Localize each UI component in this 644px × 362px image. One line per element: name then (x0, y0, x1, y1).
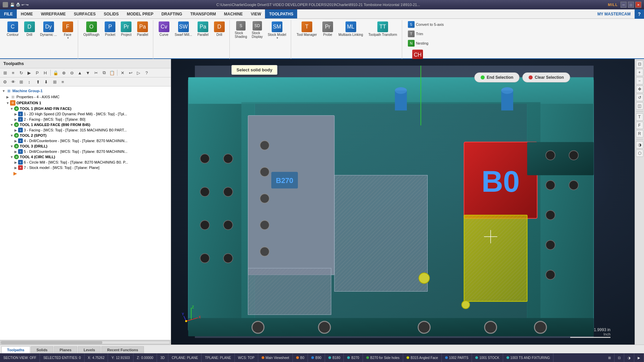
highfeed-button[interactable]: H (42, 69, 49, 76)
menu-surfaces[interactable]: SURFACES (70, 9, 100, 18)
tree-tool4[interactable]: ▼ ⊞ TOOL 4 (CIRC MILL) (0, 154, 171, 160)
path5-expander[interactable]: ▶ (13, 150, 18, 154)
vp-b90[interactable]: B90 (308, 353, 325, 362)
delete-button[interactable]: ✕ (119, 69, 126, 76)
tool-manager-button[interactable]: T Tool Manager (294, 20, 319, 38)
maximize-button[interactable]: □ (628, 2, 634, 8)
drill2-button[interactable]: D Drill (212, 20, 227, 38)
path1-expander[interactable]: ▶ (13, 112, 18, 116)
help-button[interactable]: ? (635, 9, 644, 19)
cplane-status[interactable]: CPLANE: PLANE (168, 353, 202, 362)
grid-button[interactable]: ⊞ (51, 78, 58, 85)
section-view-status[interactable]: SECTION VIEW: OFF (0, 353, 40, 362)
menu-home[interactable]: HOME (17, 9, 37, 18)
properties-expander[interactable]: ▶ (5, 95, 10, 99)
tool4-expander[interactable]: ▼ (9, 155, 14, 159)
tree-operation1[interactable]: ▼ ⚙ OPERATION 1 (0, 100, 171, 106)
vp-b180[interactable]: B180 (325, 353, 344, 362)
tree-path1[interactable]: ▶ 1 1 - 2D High Speed (2D Dynamic Peel M… (0, 111, 171, 117)
help2-button[interactable]: ? (143, 69, 150, 76)
list-button[interactable]: ≡ (59, 78, 66, 85)
probe-button[interactable]: Pr Probe (320, 20, 335, 38)
project-button[interactable]: Pr Project (119, 20, 133, 38)
stock-shading-button[interactable]: S StockShading (233, 20, 249, 40)
minimize-button[interactable]: ─ (621, 2, 627, 8)
menu-wireframe[interactable]: WIREFRAME (37, 9, 70, 18)
shading-button[interactable]: ◑ (636, 141, 643, 148)
filter-button[interactable]: ⊞ (17, 78, 25, 85)
parallel-button[interactable]: Pa Parallel (135, 20, 150, 38)
simulate-button[interactable]: ▷ (135, 69, 142, 76)
tree-tool1b[interactable]: ▼ ⊞ TOOL 1 ANGLED FACE (B90 FROM B45) (0, 122, 171, 127)
menu-file[interactable]: FILE (0, 9, 17, 18)
tree-path6[interactable]: ▶ 6 6 - Circle Mill - [WCS: Top] - [Tpla… (0, 160, 171, 165)
tab-solids[interactable]: Solids (31, 346, 53, 353)
wcs-status[interactable]: WCS: TOP (235, 353, 258, 362)
new-group-button[interactable]: ⊞ (1, 69, 9, 76)
nesting-button[interactable]: N Nesting (406, 39, 431, 48)
tree-path2[interactable]: ▶ 2 2 - Facing - [WCS: Top] - [Tplane: B… (0, 117, 171, 122)
pan-button[interactable]: ✥ (636, 85, 643, 93)
toolpath-transform-button[interactable]: TT Toolpath Transform (366, 20, 399, 38)
vp-1003[interactable]: 1003 TS AND FIXTURING (503, 353, 554, 362)
sort-button[interactable]: ↕ (25, 78, 33, 85)
move-up2-button[interactable]: ⬆ (34, 78, 42, 85)
menu-toolpaths[interactable]: TOOLPATHS (265, 9, 297, 18)
tree-properties[interactable]: ▶ ⊞ Properties - 4 - AXIS HMC (0, 94, 171, 100)
tree-path3[interactable]: ▶ 3 3 - Facing - [WCS: Top] - [Tplane: 3… (0, 127, 171, 133)
tree-path4[interactable]: ▶ 4 4 - Drill/Counterbore - [WCS: Top] -… (0, 138, 171, 143)
verify-button[interactable]: ▶ (25, 69, 33, 76)
dynamic-button[interactable]: Dy Dynamic ... (38, 20, 59, 38)
machine-expander[interactable]: ▼ (1, 89, 6, 93)
parallel2-button[interactable]: Pa Parallel (195, 20, 210, 38)
close-button[interactable]: ✕ (635, 2, 641, 8)
vp-1001[interactable]: 1001 STOCK (472, 353, 503, 362)
tool1b-expander[interactable]: ▼ (9, 123, 14, 127)
clear-selection-button[interactable]: Clear Selection (522, 72, 570, 82)
down-button[interactable]: ▼ (84, 69, 92, 76)
tool1-expander[interactable]: ▼ (9, 107, 14, 111)
menu-drafting[interactable]: DRAFTING (157, 9, 186, 18)
up-button[interactable]: ▲ (76, 69, 84, 76)
undo-button[interactable]: ↩ (127, 69, 134, 76)
vp-b0[interactable]: B0 (293, 353, 308, 362)
tab-planes[interactable]: Planes (54, 346, 77, 353)
path6-expander[interactable]: ▶ (13, 161, 18, 164)
vp-b315[interactable]: B315 Angled Face (403, 353, 442, 362)
tplane-status[interactable]: TPLANE: PLANE (202, 353, 234, 362)
collapse-button[interactable]: ⊖ (68, 69, 75, 76)
path3-expander[interactable]: ▶ (13, 128, 18, 132)
stock-display-button[interactable]: SD StockDisplay (250, 20, 265, 40)
expand-right[interactable]: ▶ (634, 353, 644, 362)
menu-machine[interactable]: MACHINE (220, 9, 247, 18)
vp-1002[interactable]: 1002 PARTS (442, 353, 472, 362)
vp-b270side[interactable]: B270 for Side holes (363, 353, 403, 362)
snap-toggle[interactable]: ⊡ (614, 353, 624, 362)
optirough-button[interactable]: O OptiRough (82, 20, 102, 38)
rotate-button[interactable]: ↺ (636, 94, 643, 101)
tree-scrollbar[interactable] (0, 340, 171, 345)
tree-tool1[interactable]: ▼ ⊞ TOOL 1 (RGH AND FIN FACE) (0, 106, 171, 111)
pocket-button[interactable]: P Pocket (103, 20, 117, 38)
viewport[interactable]: B270 B0 (171, 59, 644, 345)
convert-5axis-button[interactable]: 5 Convert to 5-axis (406, 20, 446, 29)
stock-model-button[interactable]: SM Stock Model ▼ (266, 20, 288, 41)
post-button[interactable]: P (34, 69, 41, 76)
trim-button[interactable]: T Trim (406, 29, 426, 38)
tab-toolpaths[interactable]: Toolpaths (1, 346, 30, 353)
move-down2-button[interactable]: ⬇ (42, 78, 50, 85)
menu-solids[interactable]: SOLIDS (100, 9, 123, 18)
tree-path7[interactable]: ▶ ✕ 7 - Stock model - [WCS: Top] - [Tpla… (0, 165, 171, 170)
tab-levels[interactable]: Levels (78, 346, 101, 353)
view-front-button[interactable]: F (636, 122, 643, 129)
my-mastercam[interactable]: MY MASTERCAM (593, 9, 635, 18)
grid-toggle[interactable]: ⊞ (605, 353, 614, 362)
multiaxis-linking-button[interactable]: ML Multiaxis Linking (336, 20, 365, 38)
curve-button[interactable]: Cv Curve (157, 20, 171, 38)
tool3-expander[interactable]: ▼ (9, 144, 14, 148)
menu-transform[interactable]: TRANSFORM (186, 9, 220, 18)
lock-button[interactable]: 🔒 (52, 69, 59, 76)
copy-button[interactable]: ⧉ (100, 69, 108, 76)
paste-button[interactable]: 📋 (108, 69, 116, 76)
tree-path5[interactable]: ▶ 5 5 - Drill/Counterbore - [WCS: Top] -… (0, 149, 171, 154)
